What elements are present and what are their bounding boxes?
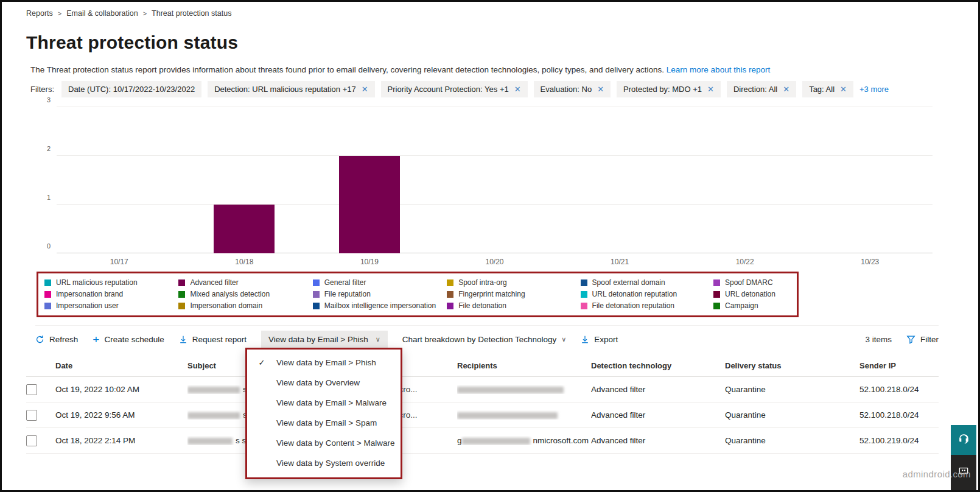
row-checkbox[interactable] (26, 410, 37, 421)
legend-swatch-icon (713, 279, 720, 286)
legend-item: Impersonation brand (44, 290, 178, 298)
filter-chip[interactable]: Date (UTC): 10/17/2022-10/23/2022 (61, 81, 201, 97)
support-button[interactable] (951, 425, 976, 455)
column-header[interactable]: Recipients (457, 361, 591, 370)
create-schedule-button[interactable]: + Create schedule (93, 335, 164, 344)
x-axis-tick-label: 10/19 (307, 258, 432, 266)
chip-close-icon[interactable]: ✕ (783, 85, 789, 93)
view-menu-item[interactable]: View data by Content > Malware (247, 433, 401, 453)
detection-technology-cell: Advanced filter (591, 385, 725, 394)
filter-chip[interactable]: Protected by: MDO +1✕ (617, 81, 721, 97)
legend-swatch-icon (581, 303, 587, 309)
breadcrumb-item[interactable]: Email & collaboration (66, 9, 138, 18)
recipients-cell (457, 410, 591, 420)
detection-technology-cell: Advanced filter (591, 436, 725, 445)
legend-swatch-icon (713, 303, 720, 309)
legend-label: URL malicious reputation (56, 278, 138, 287)
refresh-icon (35, 335, 44, 344)
chart-breakdown-dropdown[interactable]: Chart breakdown by Detection Technology … (402, 335, 566, 344)
y-axis-tick-label: 2 (37, 145, 51, 152)
x-axis-tick-label: 10/22 (682, 258, 808, 266)
view-data-label: View data by Email > Phish (268, 335, 368, 344)
filter-chip[interactable]: Detection: URL malicious reputation +17✕ (208, 81, 374, 97)
filter-chip[interactable]: Direction: All✕ (727, 81, 796, 97)
filters-bar: Filters: Date (UTC): 10/17/2022-10/23/20… (30, 81, 978, 97)
filter-chip[interactable]: Tag: All✕ (802, 81, 853, 97)
legend-swatch-icon (447, 291, 453, 298)
view-menu-item-label: View data by Email > Malware (276, 398, 387, 407)
x-axis-tick-label: 10/21 (557, 258, 682, 266)
legend-column: URL malicious reputationImpersonation br… (44, 278, 178, 310)
redacted-text (462, 438, 530, 445)
chart-bar[interactable] (339, 156, 400, 253)
chip-close-icon[interactable]: ✕ (362, 85, 368, 93)
chart-slot (557, 107, 682, 253)
chart-bars (57, 107, 933, 253)
filter-chip[interactable]: Priority Account Protection: Yes +1✕ (381, 81, 528, 97)
sender-ip-cell: 52.100.218.0/24 (859, 410, 939, 420)
recipients-cell: gnmicrosoft.com (457, 436, 591, 445)
view-menu-item-label: View data by Overview (276, 378, 360, 387)
refresh-button[interactable]: Refresh (35, 335, 78, 344)
chart-bar[interactable] (214, 205, 275, 253)
view-menu-item[interactable]: ✓View data by Email > Phish (247, 353, 401, 373)
view-menu-item[interactable]: View data by Overview (247, 373, 401, 393)
filters-label: Filters: (30, 85, 54, 94)
page-description: The Threat protection status report prov… (30, 65, 939, 74)
legend-label: Advanced filter (190, 278, 238, 287)
column-header[interactable]: Delivery status (725, 361, 859, 370)
breadcrumb-item[interactable]: Threat protection status (152, 9, 231, 18)
chip-close-icon[interactable]: ✕ (840, 85, 847, 93)
learn-more-link[interactable]: Learn more about this report (667, 65, 770, 74)
request-report-button[interactable]: Request report (179, 335, 247, 344)
column-header[interactable]: Sender IP (859, 361, 939, 370)
chart-slot (307, 107, 432, 253)
table-row[interactable]: Oct 18, 2022 2:14 PMs shared.comgnmicros… (26, 428, 939, 454)
table-row[interactable]: Oct 19, 2022 10:02 AMs shared.onmicro...… (26, 377, 939, 402)
breadcrumb-item[interactable]: Reports (26, 9, 53, 18)
legend-item: Fingerprint matching (447, 290, 580, 298)
legend-label: Spoof DMARC (725, 278, 773, 287)
view-menu-item-label: View data by Email > Spam (276, 418, 377, 427)
create-schedule-label: Create schedule (104, 335, 164, 344)
legend-label: Mixed analysis detection (190, 290, 270, 298)
view-data-dropdown[interactable]: View data by Email > Phish ∨ (261, 331, 388, 348)
sender-ip-cell: 52.100.219.0/24 (859, 436, 939, 445)
chevron-down-icon: ∨ (561, 336, 566, 343)
items-count: 3 items (865, 335, 892, 344)
chip-close-icon[interactable]: ✕ (514, 85, 521, 93)
y-axis-tick-label: 0 (37, 242, 51, 250)
view-menu-item[interactable]: View data by Email > Spam (247, 413, 401, 433)
legend-column: General filterFile reputationMailbox int… (313, 278, 447, 310)
filter-chip-label: Evaluation: No (541, 85, 592, 94)
legend-swatch-icon (44, 303, 51, 309)
legend-label: File reputation (324, 290, 371, 298)
view-menu-item[interactable]: View data by System override (247, 453, 401, 473)
download-icon (179, 335, 187, 344)
chip-close-icon[interactable]: ✕ (707, 85, 714, 93)
export-button[interactable]: Export (581, 335, 618, 344)
table-row[interactable]: Oct 19, 2022 9:56 AMs shared.onmicro...A… (26, 402, 939, 428)
view-menu-item[interactable]: View data by Email > Malware (247, 393, 401, 413)
legend-label: Impersonation user (56, 301, 119, 310)
redacted-text (457, 412, 558, 419)
row-checkbox-cell (26, 435, 55, 446)
chart-breakdown-label: Chart breakdown by Detection Technology (402, 335, 556, 344)
filter-button[interactable]: Filter (906, 335, 939, 344)
legend-swatch-icon (313, 279, 320, 286)
legend-label: File detonation reputation (592, 301, 674, 310)
legend-item: File reputation (313, 290, 447, 298)
x-axis-tick-label: 10/18 (182, 258, 307, 266)
row-checkbox[interactable] (26, 384, 37, 395)
column-header[interactable]: Date (55, 361, 187, 370)
filter-chip[interactable]: Evaluation: No✕ (534, 81, 611, 97)
chip-close-icon[interactable]: ✕ (597, 85, 604, 93)
chart-slot (57, 107, 182, 253)
more-filters-link[interactable]: +3 more (859, 85, 889, 94)
description-text: The Threat protection status report prov… (30, 65, 664, 74)
row-checkbox[interactable] (26, 435, 37, 446)
column-header[interactable]: Detection technology (591, 361, 725, 370)
legend-item: Campaign (713, 301, 792, 310)
recipients-suffix: nmicrosoft.com (533, 436, 589, 445)
legend-swatch-icon (447, 279, 453, 286)
